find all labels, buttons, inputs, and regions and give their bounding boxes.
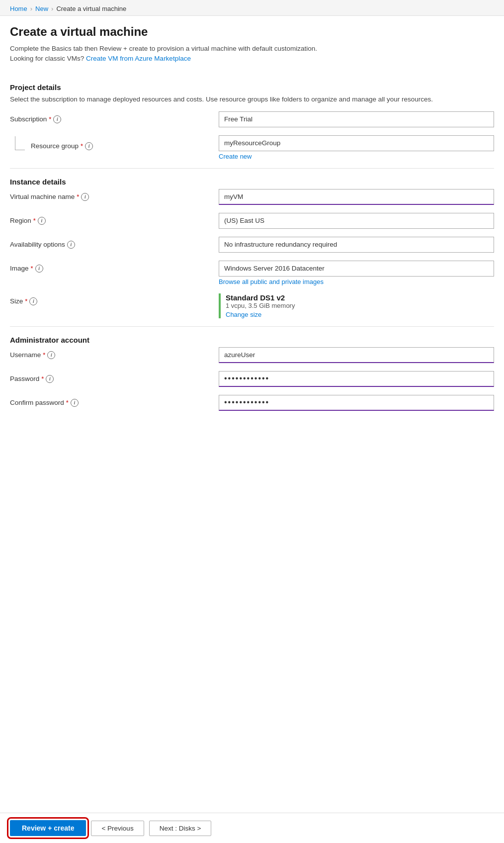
project-details-desc: Select the subscription to manage deploy…: [10, 94, 494, 104]
create-new-link[interactable]: Create new: [219, 153, 494, 160]
intro-paragraph2: Looking for classic VMs? Create VM from …: [10, 54, 494, 64]
breadcrumb-home[interactable]: Home: [10, 5, 27, 12]
section-divider-1: [10, 168, 494, 169]
rg-info-icon[interactable]: i: [85, 142, 93, 150]
confirm-info-icon[interactable]: i: [71, 399, 79, 407]
rg-required: *: [81, 142, 83, 150]
username-info-icon[interactable]: i: [47, 351, 55, 359]
confirm-password-row: Confirm password * i: [10, 395, 494, 411]
availability-row: Availability options i: [10, 237, 494, 253]
subscription-row: Subscription * i: [10, 111, 494, 127]
confirm-password-control: [219, 395, 494, 411]
project-details-title: Project details: [10, 83, 494, 92]
password-input[interactable]: [219, 371, 494, 387]
size-spec: 1 vcpu, 3.5 GiB memory: [226, 302, 494, 309]
size-label: Size * i: [10, 293, 219, 305]
vm-name-info-icon[interactable]: i: [81, 193, 89, 201]
region-label: Region * i: [10, 213, 219, 225]
image-input[interactable]: [219, 261, 494, 277]
subscription-input[interactable]: [219, 111, 494, 127]
confirm-required: *: [66, 399, 69, 406]
size-row: Size * i Standard DS1 v2 1 vcpu, 3.5 GiB…: [10, 293, 494, 318]
change-size-link[interactable]: Change size: [226, 311, 494, 318]
breadcrumb-new[interactable]: New: [35, 5, 48, 12]
username-row: Username * i: [10, 347, 494, 363]
confirm-password-input[interactable]: [219, 395, 494, 411]
size-required: *: [25, 297, 27, 305]
intro-text: Complete the Basics tab then Review + cr…: [0, 44, 504, 69]
size-info-box: Standard DS1 v2 1 vcpu, 3.5 GiB memory C…: [219, 293, 494, 318]
password-row: Password * i: [10, 371, 494, 387]
resource-group-control: Create new: [219, 135, 494, 160]
image-row: Image * i Browse all public and private …: [10, 261, 494, 285]
size-info-icon[interactable]: i: [29, 297, 37, 305]
classic-vm-link[interactable]: Create VM from Azure Marketplace: [86, 55, 191, 62]
breadcrumb-sep1: ›: [30, 5, 32, 12]
availability-info-icon[interactable]: i: [67, 241, 75, 249]
region-row: Region * i: [10, 213, 494, 229]
password-required: *: [41, 375, 44, 382]
breadcrumb-current: Create a virtual machine: [56, 5, 126, 12]
intro-paragraph1: Complete the Basics tab then Review + cr…: [10, 44, 494, 54]
image-control: Browse all public and private images: [219, 261, 494, 285]
image-info-icon[interactable]: i: [35, 265, 43, 273]
availability-input[interactable]: [219, 237, 494, 253]
section-divider-2: [10, 326, 494, 327]
resource-group-input[interactable]: [219, 135, 494, 151]
username-label: Username * i: [10, 347, 219, 359]
subscription-control: [219, 111, 494, 127]
size-control: Standard DS1 v2 1 vcpu, 3.5 GiB memory C…: [219, 293, 494, 318]
availability-label: Availability options i: [10, 237, 219, 249]
vm-name-required: *: [77, 193, 79, 200]
vm-name-row: Virtual machine name * i: [10, 189, 494, 205]
page-header: Create a virtual machine: [0, 16, 504, 44]
username-required: *: [43, 351, 45, 359]
footer-bar: Review + create < Previous Next : Disks …: [0, 813, 504, 843]
password-label: Password * i: [10, 371, 219, 383]
region-control: [219, 213, 494, 229]
password-control: [219, 371, 494, 387]
region-input[interactable]: [219, 213, 494, 229]
vm-name-label: Virtual machine name * i: [10, 189, 219, 201]
previous-button[interactable]: < Previous: [91, 821, 144, 836]
breadcrumb-sep2: ›: [51, 5, 53, 12]
next-disks-button[interactable]: Next : Disks >: [149, 821, 212, 836]
vm-name-control: [219, 189, 494, 205]
form-container: Project details Select the subscription …: [0, 69, 504, 468]
review-create-button[interactable]: Review + create: [10, 820, 86, 836]
confirm-password-label: Confirm password * i: [10, 395, 219, 407]
instance-details-title: Instance details: [10, 178, 494, 186]
browse-images-link[interactable]: Browse all public and private images: [219, 278, 494, 285]
size-name: Standard DS1 v2: [226, 293, 494, 302]
image-label: Image * i: [10, 261, 219, 273]
region-info-icon[interactable]: i: [38, 217, 46, 225]
subscription-info-icon[interactable]: i: [53, 115, 61, 123]
password-info-icon[interactable]: i: [46, 375, 54, 383]
breadcrumb: Home › New › Create a virtual machine: [0, 0, 504, 16]
rg-bracket: [15, 136, 25, 150]
region-required: *: [33, 217, 36, 224]
availability-control: [219, 237, 494, 253]
subscription-label: Subscription * i: [10, 111, 219, 123]
vm-name-input[interactable]: [219, 189, 494, 205]
resource-group-label-wrapper: Resource group * i: [10, 135, 219, 153]
page-title: Create a virtual machine: [10, 25, 494, 39]
username-control: [219, 347, 494, 363]
username-input[interactable]: [219, 347, 494, 363]
subscription-required: *: [49, 115, 51, 123]
image-required: *: [31, 265, 33, 272]
admin-account-title: Administrator account: [10, 336, 494, 344]
resource-group-row: Resource group * i Create new: [10, 135, 494, 160]
